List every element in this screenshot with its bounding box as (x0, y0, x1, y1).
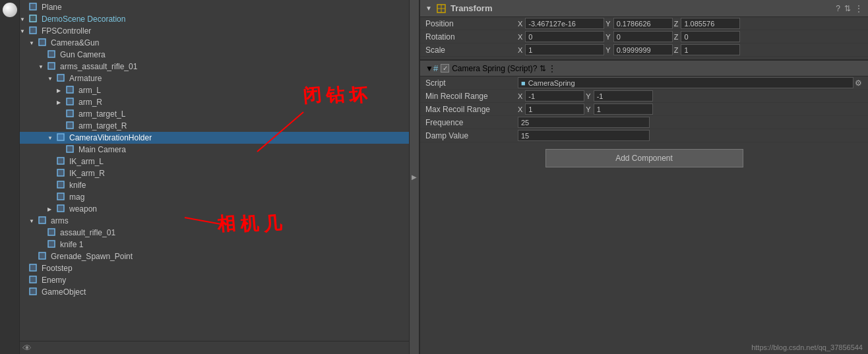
tree-arrow[interactable]: ▼ (20, 28, 29, 34)
tree-arrow[interactable]: ▼ (38, 64, 47, 70)
damp-label: Damp Value (425, 131, 518, 140)
tree-item-ik_arm_l[interactable]: IK_arm_L (20, 156, 409, 167)
rot-y-input[interactable] (613, 31, 673, 42)
position-label: Position (425, 19, 518, 28)
transform-actions: ? ⇅ ⋮ (836, 4, 863, 13)
camera-spring-arrow[interactable]: ▼ (425, 64, 433, 73)
pos-y-input[interactable] (613, 18, 673, 29)
tree-arrow[interactable]: ▼ (29, 40, 38, 46)
scale-x-input[interactable] (525, 44, 604, 55)
tree-arrow (47, 171, 57, 177)
tree-item-arm_l[interactable]: ▶arm_L (20, 84, 409, 96)
cube-icon (66, 109, 77, 119)
tree-item-footstep[interactable]: Footstep (20, 262, 409, 274)
panel-collapse-btn[interactable]: ▶ (409, 0, 419, 354)
tree-arrow[interactable]: ▶ (57, 100, 66, 105)
tree-item-armature[interactable]: ▼Armature (20, 73, 409, 84)
tree-arrow[interactable]: ▼ (29, 218, 38, 224)
transform-arrow[interactable]: ▼ (425, 5, 432, 12)
tree-item-label: Gun Camera (60, 50, 409, 59)
tree-item-label: Armature (69, 74, 409, 83)
tree-arrow (20, 289, 29, 295)
pos-z-input[interactable] (681, 18, 740, 29)
svg-rect-16 (57, 193, 64, 200)
tree-arrow[interactable]: ▼ (47, 76, 57, 82)
tree-item-guncamera[interactable]: Gun Camera (20, 49, 409, 61)
transform-help-icon[interactable]: ? (836, 4, 840, 13)
tree-arrow[interactable]: ▶ (47, 206, 57, 212)
transform-menu-icon[interactable]: ⋮ (855, 4, 863, 13)
pos-x-input[interactable] (525, 18, 604, 29)
tree-arrow (57, 147, 66, 153)
tree-item-mag[interactable]: mag (20, 191, 409, 203)
tree-item-cameravibrationholder[interactable]: ▼CameraVibrationHolder (20, 132, 409, 144)
tree-item-ik_arm_r[interactable]: IK_arm_R (20, 167, 409, 179)
cube-icon (47, 62, 58, 71)
transform-title: Transform (450, 3, 836, 13)
tree-arrow[interactable]: ▼ (47, 135, 57, 141)
tree-item-plane[interactable]: Plane (20, 1, 409, 13)
frequence-input[interactable] (518, 117, 650, 128)
tree-item-arms_assault[interactable]: ▼arms_assault_rifle_01 (20, 61, 409, 73)
tree-arrow (38, 230, 47, 236)
tree-arrow[interactable]: ▼ (20, 16, 29, 22)
scale-x-label: X (518, 46, 522, 54)
rot-x-input[interactable] (525, 31, 604, 42)
tree-item-label: CameraVibrationHolder (69, 133, 409, 142)
tree-arrow[interactable]: ▶ (57, 88, 66, 94)
tree-arrow (20, 278, 29, 283)
script-gear-icon[interactable]: ⚙ (853, 78, 863, 88)
camera-spring-checkbox[interactable] (441, 64, 449, 73)
rot-z-label: Z (674, 33, 679, 41)
eye-icon[interactable]: 👁 (22, 343, 32, 353)
tree-item-grenade[interactable]: Grenade_Spawn_Point (20, 251, 409, 262)
svg-rect-18 (39, 217, 46, 223)
camera-spring-settings-icon[interactable]: ⇅ (540, 64, 546, 73)
damp-input[interactable] (518, 130, 650, 141)
transform-settings-icon[interactable]: ⇅ (844, 4, 851, 13)
tree-item-assault_rifle[interactable]: assault_rifle_01 (20, 227, 409, 239)
transform-icon (436, 3, 447, 14)
tree-item-label: arm_target_R (78, 121, 409, 131)
svg-rect-4 (48, 51, 55, 57)
tree-item-arm_target_r[interactable]: arm_target_R (20, 120, 409, 132)
svg-rect-12 (67, 146, 73, 152)
min-x-input[interactable] (525, 90, 584, 102)
position-fields: X Y Z (518, 18, 863, 29)
tree-item-arms[interactable]: ▼arms (20, 215, 409, 227)
scale-z-input[interactable] (681, 44, 740, 55)
tree-item-knife[interactable]: knife (20, 179, 409, 191)
add-component-button[interactable]: Add Component (545, 149, 743, 167)
damp-fields (518, 130, 863, 141)
tree-item-maincamera[interactable]: Main Camera (20, 144, 409, 156)
camera-spring-menu-icon[interactable]: ⋮ (548, 64, 556, 73)
camera-spring-help-icon[interactable]: ? (533, 64, 538, 73)
max-y-input[interactable] (594, 103, 653, 115)
tree-item-fpscontroller[interactable]: ▼FPSController (20, 25, 409, 37)
rotation-label: Rotation (425, 32, 518, 42)
tree-item-label: arm_L (78, 86, 409, 95)
tree-item-label: mag (69, 192, 409, 202)
tree-item-cameragun[interactable]: ▼Camera&Gun (20, 37, 409, 49)
scale-y-input[interactable] (613, 44, 673, 55)
tree-item-label: Plane (42, 3, 409, 12)
min-x-label: X (518, 92, 522, 100)
tree-item-arm_target_l[interactable]: arm_target_L (20, 108, 409, 120)
tree-item-enemy[interactable]: Enemy (20, 274, 409, 286)
tree-item-weapon[interactable]: ▶weapon (20, 203, 409, 215)
tree-item-gameobject[interactable]: GameObject (20, 286, 409, 298)
max-recoil-label: Max Recoil Range (425, 105, 518, 114)
left-sidebar (0, 0, 20, 354)
svg-rect-2 (30, 27, 36, 34)
max-x-input[interactable] (525, 103, 584, 115)
tree-item-demoscene[interactable]: ▼DemoScene Decoration (20, 13, 409, 25)
tree-item-label: Enemy (42, 276, 409, 285)
scale-row: Scale X Y Z (420, 44, 868, 57)
rot-z-input[interactable] (681, 31, 740, 42)
tree-item-arm_r[interactable]: ▶arm_R (20, 96, 409, 108)
tree-item-knife1[interactable]: knife 1 (20, 239, 409, 251)
min-y-input[interactable] (594, 90, 653, 102)
min-recoil-fields: X Y (518, 90, 863, 102)
scene-icon (29, 15, 40, 24)
pos-y-label: Y (605, 20, 610, 28)
